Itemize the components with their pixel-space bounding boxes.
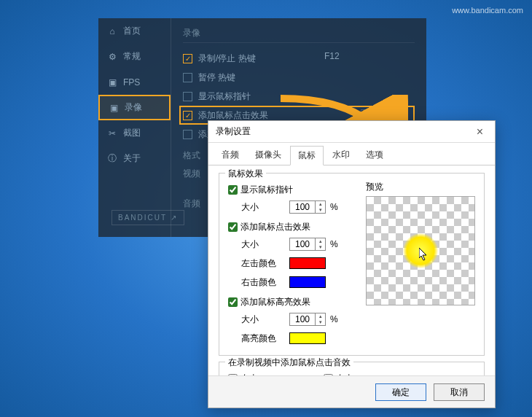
size-label: 大小 <box>241 201 285 214</box>
preview-box <box>366 196 475 305</box>
click-sound-title: 在录制视频中添加鼠标点击音效 <box>225 356 353 369</box>
sidebar-item-about[interactable]: ⓘ关于 <box>98 146 171 171</box>
cancel-button[interactable]: 取消 <box>434 383 485 401</box>
info-icon: ⓘ <box>107 154 117 164</box>
chk-left-sound[interactable]: 左击 <box>228 373 258 375</box>
highlight-size-spinner[interactable]: 100▴▾ <box>289 313 326 326</box>
sidebar-item-video[interactable]: ▣录像 <box>98 95 171 120</box>
sidebar: ⌂首页 ⚙常规 ▣FPS ▣录像 ✂截图 ⓘ关于 BANDICUT ↗ <box>98 18 171 237</box>
chk-record-hotkey[interactable]: ✓录制/停止 热键 <box>183 49 415 68</box>
highlight-color[interactable] <box>289 332 326 344</box>
bandicut-link[interactable]: BANDICUT ↗ <box>112 210 184 225</box>
video-icon: ▣ <box>109 103 119 113</box>
tab-audio[interactable]: 音频 <box>214 146 246 165</box>
sidebar-item-fps[interactable]: ▣FPS <box>98 69 171 95</box>
mouse-effects-group: 鼠标效果 显示鼠标指针 大小100▴▾% 添加鼠标点击效果 大小100▴▾% 左… <box>219 173 485 356</box>
chk-pause-hotkey[interactable]: 暂停 热键 <box>183 68 415 87</box>
cursor-icon <box>419 248 429 261</box>
camera-icon: ✂ <box>107 128 117 139</box>
gear-icon: ⚙ <box>107 52 117 62</box>
tab-mouse[interactable]: 鼠标 <box>290 146 324 165</box>
cursor-size-spinner[interactable]: 100▴▾ <box>289 200 326 214</box>
sidebar-item-general[interactable]: ⚙常规 <box>98 44 171 69</box>
tab-webcam[interactable]: 摄像头 <box>248 146 289 165</box>
chk-right-sound[interactable]: 右击 <box>324 373 353 375</box>
record-settings-dialog: 录制设置 × 音频 摄像头 鼠标 水印 选项 鼠标效果 显示鼠标指针 大小100… <box>208 120 496 408</box>
right-click-color[interactable] <box>289 276 326 288</box>
chk-show-pointer[interactable]: 显示鼠标指针 <box>228 184 354 196</box>
sidebar-item-home[interactable]: ⌂首页 <box>98 18 171 44</box>
click-sound-group: 在录制视频中添加鼠标点击音效 左击 右击 <box>219 362 485 375</box>
chk-click-effect[interactable]: 添加鼠标点击效果 <box>228 221 354 233</box>
home-icon: ⌂ <box>107 26 117 36</box>
mouse-effects-title: 鼠标效果 <box>225 168 266 180</box>
dialog-titlebar: 录制设置 × <box>208 121 495 143</box>
close-icon[interactable]: × <box>472 125 488 139</box>
hotkey-display[interactable]: F12 <box>324 51 340 61</box>
chk-show-cursor[interactable]: 显示鼠标指针 <box>183 87 415 106</box>
panel-title: 录像 <box>183 27 415 43</box>
click-size-spinner[interactable]: 100▴▾ <box>289 238 326 251</box>
preview-label: 预览 <box>366 181 475 193</box>
tab-watermark[interactable]: 水印 <box>325 146 357 165</box>
watermark: www.bandicam.com <box>452 6 523 15</box>
dialog-tabs: 音频 摄像头 鼠标 水印 选项 <box>208 143 495 165</box>
sidebar-item-image[interactable]: ✂截图 <box>98 120 171 146</box>
left-click-color[interactable] <box>289 257 326 269</box>
ok-button[interactable]: 确定 <box>375 383 426 401</box>
fps-icon: ▣ <box>107 77 117 87</box>
dialog-footer: 确定 取消 <box>208 375 495 408</box>
tab-options[interactable]: 选项 <box>359 146 391 165</box>
chk-highlight-effect[interactable]: 添加鼠标高亮效果 <box>228 296 354 308</box>
dialog-title: 录制设置 <box>216 125 251 138</box>
preview-pane: 预览 <box>366 181 475 346</box>
